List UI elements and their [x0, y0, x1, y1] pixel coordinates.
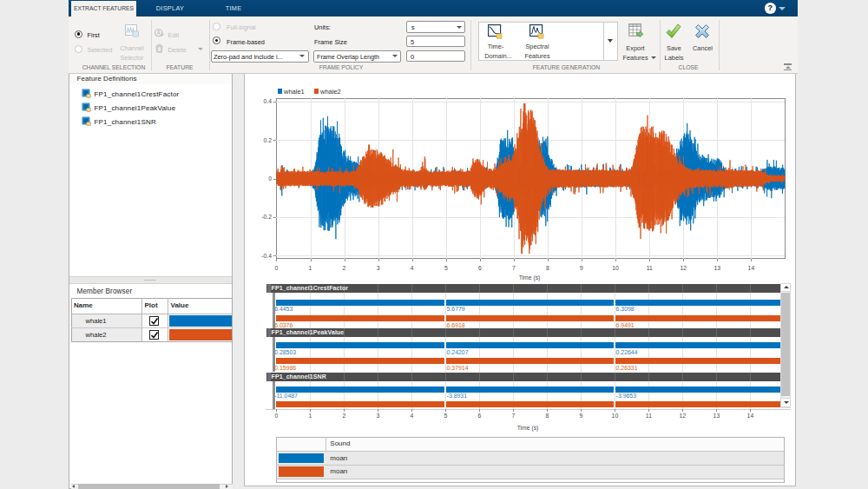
- svg-text:A: A: [156, 30, 161, 36]
